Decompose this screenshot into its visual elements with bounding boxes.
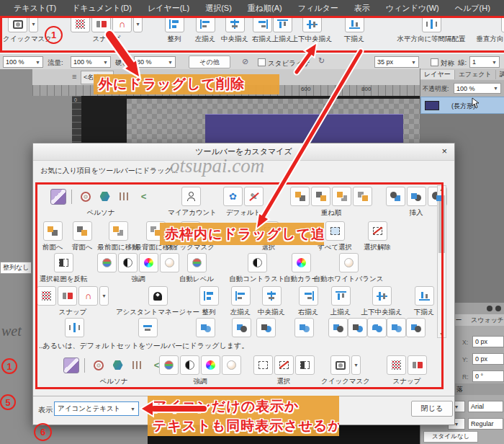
- deselect-button[interactable]: [368, 221, 387, 241]
- x-field[interactable]: 0 px: [472, 336, 504, 347]
- scroll-down-icon[interactable]: ▼: [438, 332, 446, 337]
- arrange-button[interactable]: [332, 187, 351, 206]
- enhance-set-button[interactable]: [201, 355, 220, 375]
- extra-bo2-button[interactable]: [232, 318, 251, 337]
- snap-button[interactable]: [37, 286, 56, 306]
- extra-rows-button[interactable]: [138, 318, 158, 337]
- hamburger-icon[interactable]: ≡: [72, 72, 76, 81]
- auto-white-balance-button[interactable]: [339, 253, 359, 272]
- select-set-button[interactable]: [295, 355, 315, 375]
- layer-row-selected[interactable]: (長方形): [420, 97, 504, 114]
- snap-button[interactable]: [91, 16, 111, 32]
- stabilizer-checkbox[interactable]: スタビライザ: [258, 58, 310, 68]
- menu-item-7[interactable]: ウィンドウ(W): [378, 3, 447, 14]
- snap-button[interactable]: ∩: [78, 286, 98, 306]
- flow-combo[interactable]: 100 %▼: [71, 56, 111, 68]
- menu-item-8[interactable]: ヘルプ(H): [447, 3, 498, 14]
- align-none-box[interactable]: 整列なし: [0, 262, 32, 274]
- hardness-combo[interactable]: 80 %▼: [134, 56, 176, 68]
- photo-plain-button[interactable]: [89, 355, 107, 375]
- dialog-scrollbar[interactable]: ▲ ▼: [437, 185, 446, 338]
- align-bottom-button[interactable]: [345, 16, 364, 32]
- enhance-button[interactable]: [139, 253, 158, 272]
- show-mode-combo[interactable]: アイコンとテキスト ▼: [54, 401, 139, 416]
- align-center-button[interactable]: [262, 286, 282, 306]
- check-icon[interactable]: ✓: [305, 57, 312, 65]
- extra-bo2-button[interactable]: [406, 318, 426, 337]
- extra-dist-h-button[interactable]: [65, 318, 84, 337]
- quick-mask-dropdown-button[interactable]: ▾: [29, 16, 38, 32]
- liq-plain-button[interactable]: [115, 187, 133, 206]
- tab-adjustments[interactable]: 調整: [496, 70, 504, 79]
- layer-opacity-combo[interactable]: 100 %▼: [454, 83, 501, 94]
- snap-set-button[interactable]: [408, 355, 427, 375]
- menu-item-4[interactable]: 重ね順(A): [240, 3, 290, 14]
- insert-button[interactable]: [407, 187, 426, 206]
- dot-icon[interactable]: [495, 306, 501, 311]
- snap-dropdown-button[interactable]: ▾: [99, 286, 109, 306]
- snap-button[interactable]: [71, 16, 90, 32]
- extra-bo1-button[interactable]: [196, 318, 215, 337]
- rotation-field[interactable]: 0 °: [472, 370, 504, 382]
- move-backward-button[interactable]: [73, 221, 92, 241]
- quick-mask-set-button[interactable]: [330, 355, 350, 375]
- tab-layers[interactable]: レイヤー: [420, 70, 455, 79]
- arrange-button[interactable]: [290, 187, 310, 206]
- dot-icon[interactable]: [487, 306, 492, 311]
- y-field[interactable]: 0 px: [472, 353, 504, 365]
- liq-plain-button[interactable]: [128, 355, 146, 375]
- move-forward-button[interactable]: [43, 221, 63, 241]
- align-middle-button[interactable]: [302, 16, 322, 32]
- brush-icon[interactable]: ⊘: [242, 58, 248, 66]
- hexa-plain-button[interactable]: [109, 355, 127, 375]
- enhance-button[interactable]: [118, 253, 138, 272]
- extra-bo2-button[interactable]: [328, 318, 348, 337]
- menu-item-2[interactable]: レイヤー(L): [140, 3, 197, 14]
- extra-bo1-button[interactable]: [387, 318, 406, 337]
- align-bottom-button[interactable]: [415, 286, 434, 306]
- snap-button[interactable]: [58, 286, 77, 306]
- tab-effects[interactable]: エフェクト: [455, 70, 496, 79]
- width-combo[interactable]: 35 px▼: [374, 56, 419, 68]
- aff-plain-button[interactable]: [49, 187, 67, 206]
- symmetry-checkbox[interactable]: 対称: [431, 58, 454, 68]
- menu-item-3[interactable]: 選択(S): [197, 3, 240, 14]
- insert-button[interactable]: [386, 187, 405, 206]
- hexa-plain-button[interactable]: [96, 187, 114, 206]
- opacity-combo[interactable]: 100 %▼: [3, 56, 43, 68]
- arrange-button[interactable]: [353, 187, 372, 206]
- enhance-set-button[interactable]: [222, 355, 241, 375]
- select-all-button[interactable]: [325, 221, 345, 241]
- distribute-v-button[interactable]: [501, 16, 504, 32]
- snap-dropdown-button[interactable]: ▾: [133, 16, 143, 32]
- menu-item-6[interactable]: 表示: [346, 3, 378, 14]
- font-weight-field[interactable]: Regular: [468, 418, 503, 430]
- menu-item-1[interactable]: ドキュメント(D): [64, 3, 140, 14]
- share-plain-button[interactable]: <: [135, 187, 153, 206]
- align-top-button[interactable]: [331, 286, 351, 306]
- select-set-button[interactable]: [274, 355, 294, 375]
- distribute-h-button[interactable]: [422, 16, 441, 32]
- enhance-button[interactable]: [97, 253, 117, 272]
- align-button[interactable]: [199, 286, 219, 306]
- auto-contrast-button[interactable]: [248, 253, 267, 272]
- quick-mask-button[interactable]: [8, 16, 27, 32]
- font-name-field[interactable]: Arial: [468, 401, 503, 412]
- menu-item-5[interactable]: フィルター: [290, 3, 346, 14]
- menu-item-0[interactable]: テキスト(T): [6, 3, 64, 14]
- assistant-manager-button[interactable]: [148, 286, 168, 306]
- select-set-button[interactable]: [253, 355, 273, 375]
- aff-plain-button[interactable]: [62, 355, 80, 375]
- align-button[interactable]: [165, 16, 184, 32]
- align-right-button[interactable]: [299, 286, 318, 306]
- photo-plain-button[interactable]: [76, 187, 94, 206]
- scrollbar-thumb[interactable]: [438, 195, 445, 253]
- align-left-button[interactable]: [196, 16, 215, 32]
- close-button[interactable]: 閉じる: [411, 401, 453, 417]
- enhance-set-button[interactable]: [180, 355, 199, 375]
- enhance-set-button[interactable]: [159, 355, 179, 375]
- extra-bo3-button[interactable]: [348, 318, 367, 337]
- align-center-button[interactable]: [225, 16, 245, 32]
- scroll-up-icon[interactable]: ▲: [438, 187, 446, 192]
- auto-levels-button[interactable]: [187, 253, 207, 272]
